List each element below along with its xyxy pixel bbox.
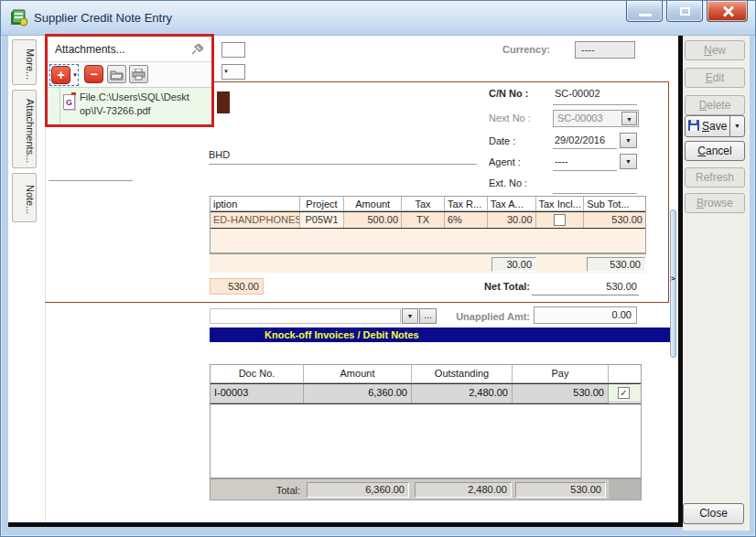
attachments-popup: Attachments... + ▼ − <box>45 34 214 127</box>
knockoff-row[interactable]: I-00003 6,360.00 2,480.00 530.00 ✓ <box>211 383 641 404</box>
knockoff-footer: Total: 6,360.00 2,480.00 530.00 <box>211 478 641 499</box>
save-icon <box>688 120 699 131</box>
new-button-label: New <box>704 41 726 59</box>
close-button[interactable]: Close <box>683 503 744 524</box>
attachment-item[interactable]: File.C:\Users\SQL\Deskt op\IV-73266.pdf <box>80 91 210 118</box>
item-row[interactable]: ED-HANDPHONES P05W1 500.00 TX 6% 30.00 5… <box>211 211 645 229</box>
knockoff-total-label: Total: <box>211 485 300 496</box>
item-tax-rate[interactable]: 6% <box>445 212 488 228</box>
tax-amount-total: 30.00 <box>491 257 536 272</box>
ko-doc-no[interactable]: I-00003 <box>211 384 304 403</box>
item-table-footer: 30.00 530.00 <box>210 253 646 273</box>
knockoff-pay-total: 530.00 <box>515 482 606 498</box>
item-table-header: iption Project Amount Tax Tax R... Tax A… <box>211 197 645 211</box>
cancel-button[interactable]: Cancel <box>685 141 745 161</box>
maximize-icon <box>680 7 690 16</box>
item-amount[interactable]: 500.00 <box>344 212 402 228</box>
chevron-down-icon: ▼ <box>734 123 740 129</box>
knockoff-amount-total: 6,360.00 <box>307 482 409 498</box>
knockoff-doc-dropdown-button[interactable]: ▼ <box>402 308 418 324</box>
item-description[interactable]: ED-HANDPHONES <box>211 212 300 228</box>
sidebar-tab-more[interactable]: More... <box>12 39 37 85</box>
item-table: iption Project Amount Tax Tax R... Tax A… <box>210 196 646 253</box>
date-underline <box>553 148 617 149</box>
col-tax-rate[interactable]: Tax R... <box>445 197 488 211</box>
net-total-underline <box>532 295 639 295</box>
unapplied-field: 0.00 <box>534 306 637 324</box>
next-no-dropdown-button[interactable]: ▼ <box>621 112 637 125</box>
agent-underline <box>553 170 617 171</box>
item-tax-amount[interactable]: 30.00 <box>488 212 536 228</box>
col-doc-no[interactable]: Doc No. <box>211 365 304 383</box>
ko-amount[interactable]: 6,360.00 <box>304 384 412 403</box>
next-no-combobox[interactable]: SC-00003 ▼ <box>553 110 639 127</box>
print-attachment-button[interactable] <box>129 65 148 83</box>
item-tax[interactable]: TX <box>402 212 445 228</box>
address-underline <box>49 180 133 181</box>
printer-icon <box>132 69 146 81</box>
sub-total-total: 530.00 <box>587 257 645 272</box>
currency-field: ---- <box>575 41 635 59</box>
new-button[interactable]: New <box>685 40 745 60</box>
pin-icon[interactable] <box>190 42 205 57</box>
sidebar-tab-attachments-label: Attachments... <box>25 99 36 163</box>
col-tax[interactable]: Tax <box>402 197 445 211</box>
knockoff-footer-filler <box>609 479 641 499</box>
ext-no-label: Ext. No : <box>489 177 527 188</box>
add-dropdown-arrow[interactable]: ▼ <box>72 72 78 78</box>
delete-button[interactable]: Delete <box>685 95 745 115</box>
sidebar-tab-note[interactable]: Note... <box>12 173 37 222</box>
col-tax-amount[interactable]: Tax A... <box>488 197 536 211</box>
knockoff-table: Doc No. Amount Outstanding Pay I-00003 6… <box>210 364 642 500</box>
col-pay[interactable]: Pay <box>513 365 609 383</box>
refresh-button[interactable]: Refresh <box>685 167 745 188</box>
open-attachment-button[interactable] <box>107 65 126 83</box>
col-outstanding[interactable]: Outstanding <box>412 365 513 383</box>
titlebar[interactable]: Supplier Credit Note Entry <box>1 1 756 36</box>
col-amount[interactable]: Amount <box>344 197 402 211</box>
knockoff-checkbox[interactable]: ✓ <box>618 387 630 399</box>
save-button[interactable]: Save <box>685 115 730 137</box>
next-no-value: SC-00003 <box>557 113 603 124</box>
ko-check-cell: ✓ <box>609 384 641 403</box>
knockoff-doc-field[interactable] <box>210 308 401 324</box>
ext-no-underline <box>553 193 637 194</box>
item-sub-total[interactable]: 530.00 <box>584 212 645 228</box>
panel-splitter[interactable]: > <box>670 209 676 358</box>
chevron-down-icon: ▼ <box>626 116 632 123</box>
maximize-button[interactable] <box>666 1 703 22</box>
refresh-button-label: Refresh <box>696 171 734 184</box>
edit-button-label: Edit <box>706 69 725 87</box>
date-dropdown-button[interactable]: ▼ <box>620 133 637 148</box>
item-project[interactable]: P05W1 <box>300 212 345 228</box>
hidden-combo-fragment: ▼ <box>221 64 245 80</box>
close-button-label: Close <box>699 507 728 520</box>
col-sub-total[interactable]: Sub Tot... <box>584 197 645 211</box>
cn-no-value: SC-00002 <box>555 88 600 99</box>
save-dropdown-button[interactable]: ▼ <box>729 115 745 137</box>
amount-total-box: 530.00 <box>210 278 264 295</box>
ko-pay[interactable]: 530.00 <box>513 384 609 403</box>
col-description[interactable]: iption <box>211 197 300 211</box>
supplier-name-fragment: BHD <box>209 149 230 160</box>
check-icon: ✓ <box>620 388 627 398</box>
col-project[interactable]: Project <box>300 197 345 211</box>
net-total-value: 530.00 <box>545 281 637 292</box>
add-attachment-focus-ring: + ▼ <box>49 64 79 86</box>
close-window-button[interactable] <box>707 1 748 22</box>
minus-icon: − <box>90 67 97 81</box>
ko-outstanding[interactable]: 2,480.00 <box>412 384 513 403</box>
col-tax-inclusive[interactable]: Tax Incl... <box>536 197 585 211</box>
tax-inclusive-checkbox[interactable] <box>554 214 566 226</box>
col-ko-amount[interactable]: Amount <box>304 365 412 383</box>
sidebar-tab-attachments[interactable]: Attachments... <box>12 90 37 168</box>
minimize-icon <box>639 14 652 16</box>
edit-button[interactable]: Edit <box>685 68 745 88</box>
remove-attachment-button[interactable]: − <box>84 65 103 83</box>
agent-dropdown-button[interactable]: ▼ <box>620 154 637 169</box>
minimize-button[interactable] <box>626 1 663 22</box>
add-attachment-button[interactable]: + <box>51 66 70 84</box>
next-no-label: Next No : <box>489 113 531 124</box>
browse-button[interactable]: Browse <box>685 193 745 213</box>
chevron-right-icon: > <box>671 274 675 283</box>
